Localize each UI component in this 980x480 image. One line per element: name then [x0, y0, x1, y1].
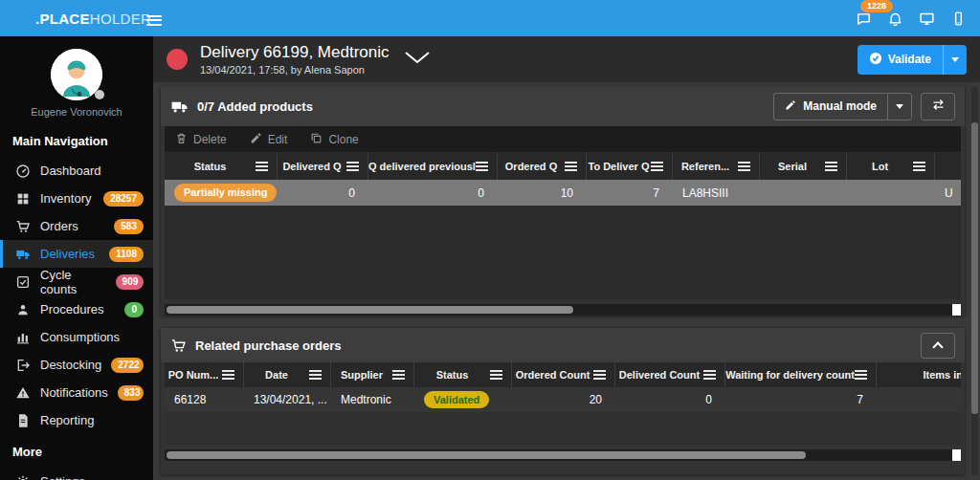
chat-button[interactable]: 1228 [856, 11, 872, 27]
sidebar-item-notifications[interactable]: Notifications833 [0, 379, 153, 406]
column-menu-icon[interactable] [490, 374, 502, 376]
column-menu-icon[interactable] [346, 165, 359, 167]
status-badge: Validated [424, 391, 489, 408]
column-header-lot[interactable]: Lot [847, 152, 935, 180]
column-header-status[interactable]: Status [165, 152, 278, 180]
table-cell: 66128 [165, 393, 244, 406]
sidebar-item-inventory[interactable]: Inventory28257 [0, 185, 153, 212]
column-header-u[interactable]: U [935, 152, 961, 180]
manual-mode-button[interactable]: Manual mode [773, 93, 887, 120]
scrollbar-thumb[interactable] [167, 306, 573, 314]
sidebar-item-consumptions[interactable]: Consumptions [0, 323, 153, 351]
table-row[interactable]: Partially missing00107LA8HSIIIU [165, 180, 961, 206]
menu-icon[interactable] [146, 12, 162, 28]
column-menu-icon[interactable] [855, 374, 867, 376]
nav-more: Settings [0, 468, 153, 480]
table-row[interactable]: 6612813/04/2021, ...MedtronicValidated20… [165, 387, 961, 412]
sidebar-item-orders[interactable]: Orders583 [0, 212, 153, 240]
table-cell: Partially missing [165, 184, 278, 201]
sidebar-item-destocking[interactable]: Destocking2722 [0, 351, 153, 379]
column-label: Serial [760, 161, 825, 172]
column-menu-icon[interactable] [593, 374, 606, 376]
sidebar-item-settings[interactable]: Settings [0, 468, 153, 480]
manual-mode-label: Manual mode [803, 99, 877, 113]
column-header-waiting-for-delivery-count[interactable]: Waiting for delivery count [725, 362, 877, 387]
column-menu-icon[interactable] [392, 374, 405, 376]
column-menu-icon[interactable] [256, 165, 268, 167]
column-header-serial[interactable]: Serial [760, 152, 847, 180]
sidebar-item-dashboard[interactable]: Dashboard [0, 157, 153, 185]
chevron-up-icon [932, 341, 943, 352]
caret-down-icon [896, 104, 903, 109]
count-badge: 583 [114, 219, 144, 234]
column-header-supplier[interactable]: Supplier [331, 362, 414, 387]
sidebar-item-reporting[interactable]: Reporting [0, 406, 153, 434]
resize-grip[interactable] [952, 304, 961, 316]
orders-panel-title: Related purchase orders [195, 338, 341, 353]
column-header-referen[interactable]: Referen... [673, 152, 760, 180]
sidebar-item-cycle-counts[interactable]: Cycle counts909 [0, 268, 153, 295]
column-menu-icon[interactable] [309, 374, 322, 376]
table-cell: 0 [615, 393, 725, 406]
column-header-delivered-q[interactable]: Delivered Q [278, 152, 368, 180]
sidebar-item-label: Destocking [40, 358, 101, 372]
table-cell: 0 [278, 186, 368, 200]
topbar: .PLACEHOLDER 1228 [0, 0, 980, 36]
manual-mode-split-button: Manual mode [773, 93, 912, 120]
chat-count-badge: 1228 [860, 0, 893, 12]
column-menu-icon[interactable] [913, 165, 925, 167]
sidebar-item-label: Cycle counts [40, 268, 106, 296]
clone-button[interactable]: Clone [310, 132, 358, 147]
sidebar-item-deliveries[interactable]: Deliveries1108 [0, 240, 153, 268]
edit-button[interactable]: Edit [250, 132, 288, 147]
logo-rest: HOLDER [90, 11, 151, 27]
check-circle-icon [869, 52, 882, 68]
nav-section-more: More [0, 434, 153, 468]
scrollbar-thumb[interactable] [167, 451, 806, 459]
sidebar-item-label: Procedures [40, 302, 103, 316]
column-menu-icon[interactable] [476, 165, 488, 167]
products-panel-title: 0/7 Added products [197, 99, 313, 114]
sidebar-item-label: Consumptions [40, 330, 120, 344]
column-header-ordered-count[interactable]: Ordered Count [512, 362, 615, 387]
chevron-down-icon[interactable] [404, 51, 431, 69]
validate-dropdown-caret[interactable] [943, 45, 967, 75]
sidebar-item-procedures[interactable]: Procedures0 [0, 295, 153, 323]
column-menu-icon[interactable] [703, 374, 716, 376]
h-scrollbar-products[interactable] [165, 304, 961, 316]
column-header-status[interactable]: Status [414, 362, 512, 387]
column-header-date[interactable]: Date [244, 362, 331, 387]
app-logo[interactable]: .PLACEHOLDER [35, 11, 151, 27]
deliveries-icon [15, 247, 31, 262]
manual-mode-dropdown-caret[interactable] [887, 93, 912, 120]
resize-grip[interactable] [952, 449, 961, 461]
main-content: Delivery 66199, Medtronic 13/04/2021, 17… [153, 36, 980, 480]
scrollbar-thumb[interactable] [971, 122, 978, 414]
collapse-button[interactable] [921, 333, 955, 359]
column-header-items-in-the-d[interactable]: Items in the d... [877, 362, 961, 387]
transfer-button[interactable] [921, 93, 955, 120]
bell-icon[interactable] [887, 11, 903, 27]
phone-icon[interactable] [950, 11, 967, 27]
v-scrollbar[interactable] [971, 86, 978, 475]
column-menu-icon[interactable] [565, 165, 577, 167]
column-menu-icon[interactable] [738, 165, 750, 167]
chat-icon [856, 11, 872, 27]
sidebar-item-label: Inventory [40, 191, 91, 206]
count-badge: 28257 [103, 191, 144, 207]
delete-button[interactable]: Delete [175, 132, 227, 147]
monitor-icon[interactable] [919, 11, 935, 27]
column-header-to-deliver-q[interactable]: To Deliver Q [587, 152, 673, 180]
column-header-po-num[interactable]: PO Num... [165, 362, 244, 387]
logo-bold: .PLACE [35, 11, 90, 27]
column-header-delivered-count[interactable]: Delivered Count [615, 362, 725, 387]
column-header-q-delivered-previously[interactable]: Q delivered previously [368, 152, 498, 180]
column-menu-icon[interactable] [825, 165, 837, 167]
table-cell: 7 [725, 393, 877, 406]
column-menu-icon[interactable] [651, 165, 663, 167]
column-header-ordered-q[interactable]: Ordered Q [498, 152, 587, 180]
page-subtitle: 13/04/2021, 17:58, by Alena Sapon [200, 64, 389, 76]
validate-button[interactable]: Validate [858, 45, 943, 75]
column-menu-icon[interactable] [222, 374, 234, 376]
h-scrollbar-orders[interactable] [165, 449, 961, 461]
